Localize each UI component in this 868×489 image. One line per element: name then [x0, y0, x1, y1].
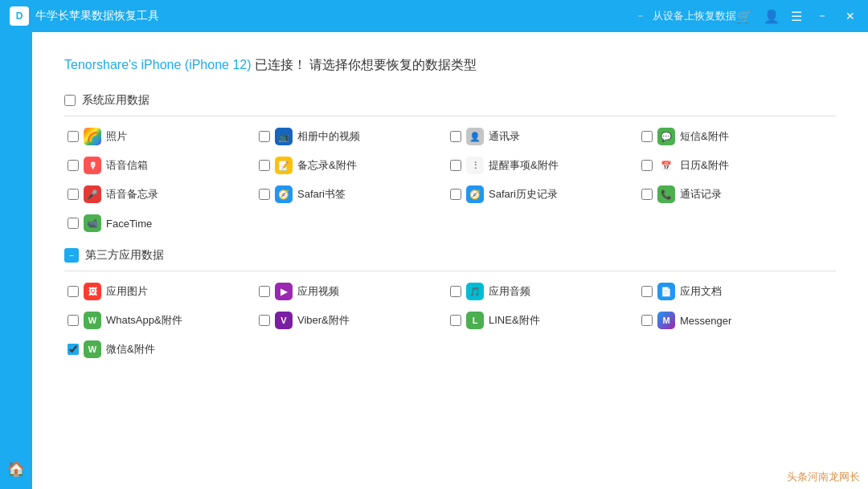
- list-item: MMessenger: [641, 312, 833, 329]
- label-app-docs: 应用文档: [680, 284, 722, 299]
- device-name: Tenorshare's iPhone (iPhone 12): [64, 58, 252, 71]
- checkbox-voice-memo[interactable]: [68, 160, 79, 171]
- list-item: 📝备忘录&附件: [259, 157, 450, 174]
- label-viber: Viber&附件: [297, 313, 350, 328]
- list-item: 🖼应用图片: [68, 283, 259, 300]
- app-logo: D: [10, 6, 29, 26]
- icon-photos: 🌈: [84, 128, 101, 145]
- list-item: LLINE&附件: [450, 312, 641, 329]
- list-item: VViber&附件: [259, 312, 450, 329]
- icon-messenger: M: [657, 312, 675, 329]
- icon-app-video: ▶: [275, 283, 293, 300]
- checkbox-app-video[interactable]: [259, 286, 270, 297]
- checkbox-call-history[interactable]: [641, 189, 653, 200]
- title-subtitle: 从设备上恢复数据: [653, 9, 736, 23]
- icon-voice-memo: 🎙: [84, 157, 101, 174]
- close-button[interactable]: ✕: [842, 10, 858, 22]
- checkbox-messenger[interactable]: [641, 315, 653, 326]
- main-layout: 🏠 Tenorshare's iPhone (iPhone 12) 已连接！ 请…: [0, 32, 868, 489]
- checkbox-app-photos[interactable]: [68, 286, 79, 297]
- icon-calendar: 📅: [657, 157, 675, 174]
- checkbox-voice-note[interactable]: [68, 189, 79, 200]
- label-wechat: 微信&附件: [106, 342, 155, 357]
- list-item: 💬短信&附件: [641, 128, 833, 145]
- system-section-label: 系统应用数据: [82, 93, 149, 108]
- icon-notes: 📝: [275, 157, 293, 174]
- icon-whatsapp: W: [84, 312, 101, 329]
- user-icon[interactable]: 👤: [764, 9, 780, 24]
- label-voice-note: 语音备忘录: [106, 187, 158, 202]
- icon-reminders: ⋮: [466, 157, 484, 174]
- menu-icon[interactable]: ☰: [791, 9, 802, 24]
- connected-text: 已连接！ 请选择你想要恢复的数据类型: [255, 58, 477, 71]
- checkbox-app-docs[interactable]: [641, 286, 653, 297]
- third-party-items-grid: 🖼应用图片▶应用视频🎵应用音频📄应用文档WWhatsApp&附件VViber&附…: [64, 283, 836, 358]
- icon-contacts: 👤: [466, 128, 484, 145]
- icon-sms: 💬: [657, 128, 675, 145]
- label-whatsapp: WhatsApp&附件: [106, 313, 182, 328]
- content-area: Tenorshare's iPhone (iPhone 12) 已连接！ 请选择…: [32, 32, 868, 489]
- checkbox-app-audio[interactable]: [450, 286, 461, 297]
- checkbox-safari-hist[interactable]: [450, 189, 461, 200]
- list-item: 🎵应用音频: [450, 283, 641, 300]
- icon-app-audio: 🎵: [466, 283, 484, 300]
- label-app-video: 应用视频: [297, 284, 339, 299]
- checkbox-wechat[interactable]: [68, 344, 79, 355]
- icon-call-history: 📞: [657, 185, 675, 203]
- third-party-section-header: － 第三方应用数据: [64, 248, 836, 271]
- title-bar-actions: 🛒 👤 ☰ － ✕: [736, 9, 858, 24]
- label-reminders: 提醒事项&附件: [489, 158, 559, 173]
- third-party-toggle-icon: －: [64, 248, 79, 263]
- label-call-history: 通话记录: [680, 187, 722, 202]
- checkbox-line[interactable]: [450, 315, 461, 326]
- checkbox-contacts[interactable]: [450, 131, 461, 142]
- system-section: 系统应用数据 🌈照片📺相册中的视频👤通讯录💬短信&附件🎙语音信箱📝备忘录&附件⋮…: [64, 93, 836, 232]
- checkbox-safari-bk[interactable]: [259, 189, 270, 200]
- system-items-grid: 🌈照片📺相册中的视频👤通讯录💬短信&附件🎙语音信箱📝备忘录&附件⋮提醒事项&附件…: [64, 128, 836, 232]
- list-item: 🧭Safari书签: [259, 185, 450, 203]
- list-item: 📞通话记录: [641, 185, 833, 203]
- icon-safari-hist: 🧭: [466, 185, 484, 203]
- list-item: 📹FaceTime: [68, 214, 259, 232]
- checkbox-whatsapp[interactable]: [68, 315, 79, 326]
- title-bar: D 牛学长苹果数据恢复工具 － 从设备上恢复数据 🛒 👤 ☰ － ✕: [0, 0, 868, 32]
- icon-facetime: 📹: [84, 214, 101, 232]
- icon-app-docs: 📄: [657, 283, 675, 300]
- label-sms: 短信&附件: [680, 129, 729, 144]
- checkbox-facetime[interactable]: [68, 218, 79, 229]
- icon-album-video: 📺: [275, 128, 293, 145]
- list-item: 🧭Safari历史记录: [450, 185, 641, 203]
- label-calendar: 日历&附件: [680, 158, 729, 173]
- checkbox-calendar[interactable]: [641, 160, 653, 171]
- checkbox-album-video[interactable]: [259, 131, 270, 142]
- page-title: Tenorshare's iPhone (iPhone 12) 已连接！ 请选择…: [64, 56, 836, 74]
- title-sep: －: [635, 9, 646, 23]
- checkbox-viber[interactable]: [259, 315, 270, 326]
- sidebar: 🏠: [0, 32, 32, 489]
- list-item: 🎤语音备忘录: [68, 185, 259, 203]
- list-item: 🎙语音信箱: [68, 157, 259, 174]
- icon-app-photos: 🖼: [84, 283, 101, 300]
- home-button[interactable]: 🏠: [4, 457, 28, 481]
- icon-voice-note: 🎤: [84, 185, 101, 203]
- list-item: 📅日历&附件: [641, 157, 833, 174]
- list-item: 📄应用文档: [641, 283, 833, 300]
- checkbox-reminders[interactable]: [450, 160, 461, 171]
- checkbox-photos[interactable]: [68, 131, 79, 142]
- icon-wechat: W: [84, 340, 101, 358]
- label-app-photos: 应用图片: [106, 284, 148, 299]
- list-item: WWhatsApp&附件: [68, 312, 259, 329]
- third-party-section: － 第三方应用数据 🖼应用图片▶应用视频🎵应用音频📄应用文档WWhatsApp&…: [64, 248, 836, 358]
- label-notes: 备忘录&附件: [297, 158, 357, 173]
- label-album-video: 相册中的视频: [297, 129, 360, 144]
- label-facetime: FaceTime: [106, 218, 152, 230]
- checkbox-notes[interactable]: [259, 160, 270, 171]
- cart-icon[interactable]: 🛒: [736, 9, 752, 24]
- checkbox-sms[interactable]: [641, 131, 653, 142]
- icon-viber: V: [275, 312, 293, 329]
- list-item: ▶应用视频: [259, 283, 450, 300]
- label-voice-memo: 语音信箱: [106, 158, 148, 173]
- label-contacts: 通讯录: [489, 129, 520, 144]
- system-section-checkbox[interactable]: [64, 95, 76, 106]
- minimize-button[interactable]: －: [813, 9, 831, 23]
